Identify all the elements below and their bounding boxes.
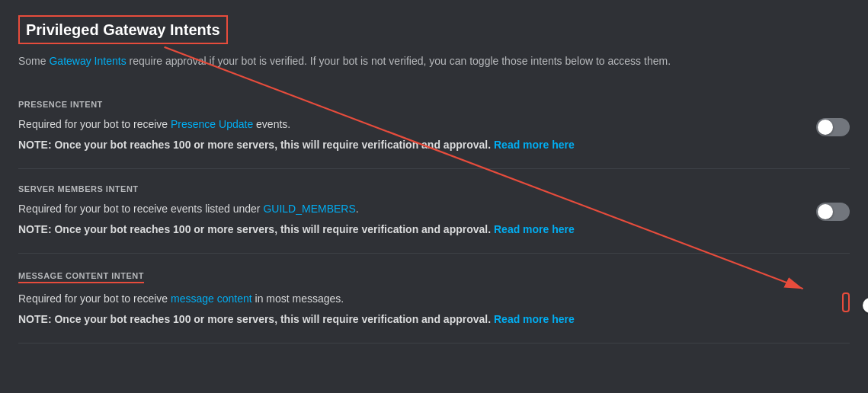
server-members-intent-note: NOTE: Once your bot reaches 100 or more …: [18, 222, 801, 238]
message-content-link[interactable]: message content: [171, 292, 252, 305]
intro-paragraph: Some Gateway Intents require approval if…: [18, 53, 850, 69]
server-members-intent-text: Required for your bot to receive events …: [18, 201, 816, 238]
server-members-intent-label: SERVER MEMBERS INTENT: [18, 184, 850, 193]
message-content-note-prefix: NOTE:: [18, 313, 52, 325]
presence-update-link[interactable]: Presence Update: [171, 118, 253, 130]
presence-intent-description: Required for your bot to receive Presenc…: [18, 117, 801, 133]
message-content-toggle-thumb: [863, 298, 868, 313]
message-content-intent-row: Required for your bot to receive message…: [18, 291, 850, 328]
server-members-toggle-wrapper: [816, 201, 850, 221]
presence-intent-row: Required for your bot to receive Presenc…: [18, 117, 850, 153]
message-content-intent-label: MESSAGE CONTENT INTENT: [18, 271, 144, 283]
page-container: Privileged Gateway Intents Some Gateway …: [18, 15, 850, 343]
presence-read-more-link[interactable]: Read more here: [494, 139, 575, 151]
server-members-intent-row: Required for your bot to receive events …: [18, 201, 850, 238]
presence-note-prefix: NOTE:: [18, 139, 52, 151]
page-title: Privileged Gateway Intents: [18, 15, 228, 44]
intro-text-before: Some: [18, 55, 49, 67]
presence-intent-section: PRESENCE INTENT Required for your bot to…: [18, 85, 850, 169]
message-content-toggle-box: [842, 292, 850, 312]
intro-text-after: require approval if your bot is verified…: [127, 55, 671, 67]
server-members-note-prefix: NOTE:: [18, 223, 52, 235]
presence-toggle-thumb: [818, 120, 833, 135]
presence-intent-label: PRESENCE INTENT: [18, 100, 850, 109]
server-members-read-more-link[interactable]: Read more here: [494, 223, 575, 235]
message-content-toggle-wrapper: [842, 291, 850, 312]
gateway-intents-link[interactable]: Gateway Intents: [49, 55, 126, 67]
message-content-read-more-link[interactable]: Read more here: [494, 313, 575, 325]
presence-toggle-wrapper: [816, 117, 850, 136]
guild-members-link[interactable]: GUILD_MEMBERS: [263, 203, 355, 215]
presence-intent-note: NOTE: Once your bot reaches 100 or more …: [18, 137, 801, 153]
message-content-intent-section: MESSAGE CONTENT INTENT Required for your…: [18, 254, 850, 343]
server-members-toggle[interactable]: [816, 203, 850, 221]
server-members-toggle-thumb: [818, 204, 833, 219]
presence-toggle[interactable]: [816, 118, 850, 136]
message-content-intent-note: NOTE: Once your bot reaches 100 or more …: [18, 312, 827, 328]
presence-intent-text: Required for your bot to receive Presenc…: [18, 117, 816, 153]
server-members-intent-description: Required for your bot to receive events …: [18, 201, 801, 217]
server-members-intent-section: SERVER MEMBERS INTENT Required for your …: [18, 169, 850, 254]
message-content-intent-description: Required for your bot to receive message…: [18, 291, 827, 307]
message-content-intent-text: Required for your bot to receive message…: [18, 291, 842, 328]
